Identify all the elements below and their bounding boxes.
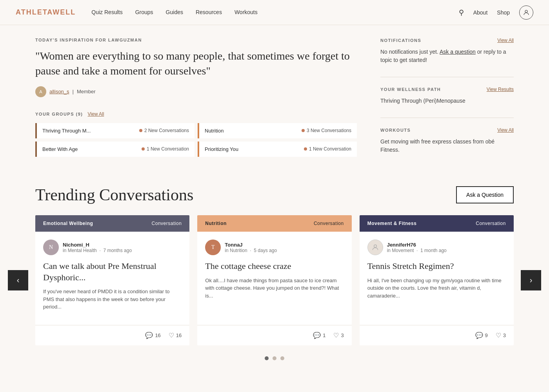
wellness-path-name: Thriving Through (Peri)Menopause — [380, 97, 514, 105]
card-footer: 💬 9 ♡ 3 — [360, 332, 514, 345]
group-name: Nutrition — [205, 128, 224, 134]
like-count: ♡ 3 — [496, 332, 506, 339]
pagination-dots — [35, 356, 514, 376]
card-excerpt: If you've never heard of PMDD it is a co… — [43, 288, 182, 311]
pagination-dot-3[interactable] — [280, 356, 284, 360]
inspiration-label: TODAY'S INSPIRATION FOR LAWGUZMAN — [35, 38, 357, 42]
card-header: Emotional Wellbeing Conversation — [35, 215, 189, 232]
card-avatar — [367, 240, 383, 255]
pagination-dot-2[interactable] — [273, 356, 276, 360]
card-category: Emotional Wellbeing — [43, 221, 93, 226]
author-avatar: A — [35, 86, 46, 97]
card-excerpt: Hi all, I've been changing up my gym/yog… — [367, 277, 506, 311]
card-user: N Nichomi_H in Mental Health · 7 months … — [43, 240, 182, 255]
card-user-info: TonnaJ in Nutrition · 5 days ago — [225, 242, 277, 253]
nav-right: ⚲ About Shop — [459, 5, 533, 20]
group-item[interactable]: Prioritizing You 1 New Conversation — [198, 142, 357, 157]
svg-point-1 — [374, 245, 376, 247]
right-column: NOTIFICATIONS View All No notifications … — [380, 38, 514, 167]
like-icon: ♡ — [169, 332, 174, 339]
card-user: T TonnaJ in Nutrition · 5 days ago — [205, 240, 344, 255]
card-body: N Nichomi_H in Mental Health · 7 months … — [35, 232, 189, 319]
card-divider — [35, 325, 189, 325]
prev-arrow[interactable]: ‹ — [8, 270, 28, 290]
card-type: Conversation — [152, 221, 182, 226]
card-header: Movement & Fitness Conversation — [360, 215, 514, 232]
card-divider — [360, 325, 514, 325]
group-name: Prioritizing You — [205, 146, 238, 152]
comment-icon: 💬 — [313, 332, 321, 339]
ask-question-button[interactable]: Ask a Question — [456, 186, 514, 203]
notifications-text: No notifications just yet. Ask a questio… — [380, 48, 514, 64]
divider — [380, 77, 514, 77]
notifications-section: NOTIFICATIONS View All No notifications … — [380, 38, 514, 64]
ask-question-link[interactable]: Ask a question — [440, 49, 476, 55]
card-body: JenniferH76 in Movement · 1 month ago Te… — [360, 232, 514, 319]
nav-guides[interactable]: Guides — [166, 9, 183, 15]
groups-view-all[interactable]: View All — [88, 111, 104, 117]
notifications-title: NOTIFICATIONS — [380, 38, 421, 43]
card-excerpt: Ok all....I have made things from pasta … — [205, 277, 344, 311]
groups-header: YOUR GROUPS (9) View All — [35, 111, 357, 117]
notifications-view-all[interactable]: View All — [497, 38, 514, 43]
card-username[interactable]: TonnaJ — [225, 242, 277, 248]
card-username[interactable]: Nichomi_H — [63, 242, 132, 248]
conversation-card: Emotional Wellbeing Conversation N Nicho… — [35, 215, 189, 345]
logo-part2: WELL — [53, 8, 76, 16]
card-category: Movement & Fitness — [367, 221, 417, 226]
card-category: Nutrition — [205, 221, 227, 226]
workouts-description: Get moving with free express classes fro… — [380, 138, 514, 154]
next-arrow[interactable]: › — [521, 270, 541, 290]
nav-about[interactable]: About — [473, 9, 488, 16]
card-avatar: N — [43, 240, 59, 255]
nav-quiz-results[interactable]: Quiz Results — [91, 9, 122, 15]
card-user: JenniferH76 in Movement · 1 month ago — [367, 240, 506, 255]
nav-shop[interactable]: Shop — [497, 9, 510, 16]
wellness-path-section: YOUR WELLNESS PATH View Results Thriving… — [380, 87, 514, 105]
user-profile-icon[interactable] — [519, 5, 533, 20]
like-count: ♡ 3 — [333, 332, 344, 339]
card-footer: 💬 16 ♡ 16 — [35, 332, 189, 345]
card-username[interactable]: JenniferH76 — [387, 242, 447, 248]
author-name-link[interactable]: allison_s — [49, 89, 69, 94]
inspiration-quote: "Women are everything to so many people,… — [35, 49, 357, 78]
group-item[interactable]: Nutrition 3 New Conversations — [198, 123, 357, 138]
group-name: Thriving Through M... — [42, 128, 91, 134]
workouts-view-all[interactable]: View All — [497, 127, 514, 133]
comment-icon: 💬 — [475, 332, 483, 339]
notif-dot — [139, 129, 142, 132]
like-icon: ♡ — [333, 332, 339, 339]
notif-dot — [304, 147, 307, 151]
card-avatar: T — [205, 240, 221, 255]
author-separator: | — [73, 89, 74, 94]
group-notif: 3 New Conversations — [302, 128, 351, 133]
search-button[interactable]: ⚲ — [459, 8, 464, 17]
card-title[interactable]: The cottage cheese craze — [205, 261, 344, 272]
group-notif: 1 New Conversation — [142, 146, 189, 152]
card-meta: in Movement · 1 month ago — [387, 248, 447, 253]
trending-title: Trending Conversations — [35, 185, 193, 204]
nav-workouts[interactable]: Workouts — [235, 9, 258, 15]
nav-resources[interactable]: Resources — [196, 9, 222, 15]
group-item[interactable]: Better With Age 1 New Conversation — [35, 142, 195, 157]
workouts-header: WORKOUTS View All — [380, 127, 514, 133]
nav-groups[interactable]: Groups — [135, 9, 153, 15]
logo[interactable]: ATHLETAWELL — [16, 8, 76, 16]
comment-count: 💬 9 — [475, 332, 488, 339]
svg-point-0 — [525, 10, 527, 13]
conversation-card: Nutrition Conversation T TonnaJ in Nutri… — [197, 215, 351, 345]
card-meta: in Nutrition · 5 days ago — [225, 248, 277, 253]
card-user-info: JenniferH76 in Movement · 1 month ago — [387, 242, 447, 253]
group-item[interactable]: Thriving Through M... 2 New Conversation… — [35, 123, 195, 138]
cards-container: Emotional Wellbeing Conversation N Nicho… — [35, 215, 514, 345]
workouts-section: WORKOUTS View All Get moving with free e… — [380, 127, 514, 154]
notifications-header: NOTIFICATIONS View All — [380, 38, 514, 43]
card-title[interactable]: Tennis Stretch Regimen? — [367, 261, 506, 272]
wellness-view-results[interactable]: View Results — [487, 87, 514, 92]
workouts-title: WORKOUTS — [380, 128, 411, 132]
groups-title: YOUR GROUPS (9) — [35, 112, 83, 116]
card-body: T TonnaJ in Nutrition · 5 days ago The c… — [197, 232, 351, 319]
pagination-dot-1[interactable] — [265, 356, 269, 360]
card-meta: in Mental Health · 7 months ago — [63, 248, 132, 253]
card-title[interactable]: Can we talk about Pre Menstrual Dysphori… — [43, 261, 182, 283]
